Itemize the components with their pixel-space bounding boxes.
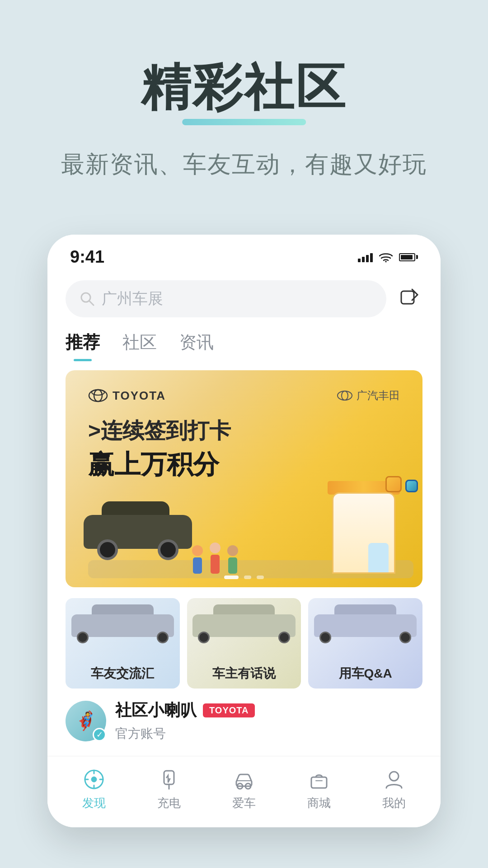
nav-shop[interactable]: 商城 xyxy=(307,767,331,811)
person-2 xyxy=(210,542,221,574)
shop-icon xyxy=(307,767,331,792)
post-section[interactable]: 🦸 ✓ 社区小喇叭 TOYOTA 官方账号 xyxy=(66,699,422,742)
hero-title: 精彩社区 xyxy=(141,54,347,122)
nav-charging-label: 充电 xyxy=(157,795,181,811)
search-area: 广州车展 xyxy=(47,271,441,322)
nav-profile-label: 我的 xyxy=(382,795,406,811)
svg-rect-20 xyxy=(311,777,327,788)
category-card-1[interactable]: 车友交流汇 xyxy=(66,598,180,689)
dot-1 xyxy=(224,576,239,579)
category-grid: 车友交流汇 车主有话说 xyxy=(66,598,422,689)
category-label-2: 车主有话说 xyxy=(187,665,301,682)
avatar-verified-badge: ✓ xyxy=(93,728,106,741)
nav-shop-label: 商城 xyxy=(307,795,331,811)
dot-2 xyxy=(244,576,251,579)
person-1 xyxy=(192,545,203,574)
search-bar[interactable]: 广州车展 xyxy=(66,280,386,317)
post-name-row: 社区小喇叭 TOYOTA xyxy=(115,699,422,722)
store-shape xyxy=(319,465,409,574)
search-icon xyxy=(79,291,95,307)
banner-logos: TOYOTA 广汽丰田 xyxy=(88,388,400,403)
svg-point-6 xyxy=(92,390,104,395)
nav-discover-label: 发现 xyxy=(82,795,106,811)
category-card-2[interactable]: 车主有话说 xyxy=(187,598,301,689)
charging-icon xyxy=(157,767,181,792)
gac-logo-icon xyxy=(337,390,353,401)
people-group xyxy=(192,542,238,574)
post-toyota-badge: TOYOTA xyxy=(203,703,255,717)
nav-charging[interactable]: 充电 xyxy=(157,767,181,811)
banner-text-line1: >连续签到打卡 xyxy=(88,416,400,445)
svg-point-10 xyxy=(91,777,97,782)
nav-mycar-label: 爱车 xyxy=(232,795,256,811)
svg-point-22 xyxy=(389,772,399,781)
tab-recommend[interactable]: 推荐 xyxy=(66,331,100,361)
hero-subtitle: 最新资讯、车友互动，有趣又好玩 xyxy=(27,149,461,180)
svg-rect-3 xyxy=(401,291,414,304)
toyota-logo-icon xyxy=(88,389,108,402)
discover-icon xyxy=(82,767,106,792)
category-car-3 xyxy=(308,598,422,673)
svg-point-7 xyxy=(338,391,352,400)
search-placeholder: 广州车展 xyxy=(102,288,163,309)
category-card-3[interactable]: 用车Q&A xyxy=(308,598,422,689)
status-time: 9:41 xyxy=(70,247,104,267)
svg-rect-15 xyxy=(164,771,174,784)
mycar-icon xyxy=(232,767,256,792)
category-car-1 xyxy=(66,598,180,673)
banner-illustration xyxy=(66,461,422,587)
hero-section: 精彩社区 最新资讯、车友互动，有趣又好玩 xyxy=(0,0,488,208)
nav-mycar[interactable]: 爱车 xyxy=(232,767,256,811)
post-info: 社区小喇叭 TOYOTA 官方账号 xyxy=(115,699,422,742)
phone-mockup: 9:41 xyxy=(47,235,441,827)
profile-icon xyxy=(382,767,406,792)
banner[interactable]: TOYOTA 广汽丰田 >连续签到打卡 赢上万积分 xyxy=(66,370,422,587)
tab-bar: 推荐 社区 资讯 xyxy=(47,322,441,361)
post-name: 社区小喇叭 xyxy=(115,699,197,722)
category-label-3: 用车Q&A xyxy=(308,665,422,682)
nav-profile[interactable]: 我的 xyxy=(382,767,406,811)
gac-brand-label: 广汽丰田 xyxy=(357,388,400,403)
tab-community[interactable]: 社区 xyxy=(122,331,157,361)
dot-3 xyxy=(257,576,264,579)
banner-dots xyxy=(224,576,264,579)
gac-brand: 广汽丰田 xyxy=(337,388,400,403)
category-label-1: 车友交流汇 xyxy=(66,665,180,682)
category-car-2 xyxy=(187,598,301,673)
bottom-nav: 发现 充电 爱车 xyxy=(47,756,441,827)
status-bar: 9:41 xyxy=(47,235,441,271)
avatar-illustration: 🦸 xyxy=(75,710,97,731)
tab-news[interactable]: 资讯 xyxy=(179,331,214,361)
person-3 xyxy=(227,545,238,574)
gift-boxes xyxy=(385,476,418,492)
share-icon[interactable] xyxy=(395,285,422,312)
svg-point-8 xyxy=(342,391,348,400)
hero-title-underline xyxy=(182,119,306,125)
banner-car xyxy=(84,510,192,560)
avatar-container: 🦸 ✓ xyxy=(66,701,106,741)
battery-icon xyxy=(399,253,418,261)
svg-line-2 xyxy=(89,301,94,305)
nav-discover[interactable]: 发现 xyxy=(82,767,106,811)
toyota-brand-label: TOYOTA xyxy=(113,389,166,403)
svg-point-0 xyxy=(385,261,387,262)
signal-icon xyxy=(358,252,373,262)
status-icons xyxy=(358,252,418,262)
post-sub: 官方账号 xyxy=(115,725,422,742)
wifi-icon xyxy=(379,252,393,262)
